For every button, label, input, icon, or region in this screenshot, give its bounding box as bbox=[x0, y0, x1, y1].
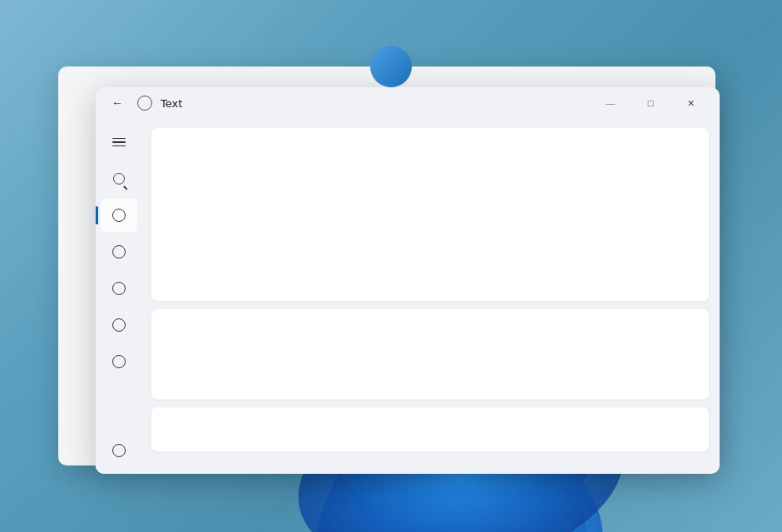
back-button[interactable]: ← bbox=[106, 91, 129, 115]
sidebar-item-1[interactable] bbox=[101, 199, 137, 232]
window-title-icon bbox=[137, 96, 152, 111]
content-area[interactable] bbox=[142, 119, 720, 474]
close-button[interactable]: ✕ bbox=[671, 90, 710, 116]
circle-icon-1 bbox=[112, 209, 126, 222]
sidebar-item-4[interactable] bbox=[101, 308, 137, 342]
content-card-1 bbox=[151, 127, 710, 302]
sidebar-item-6[interactable] bbox=[101, 434, 137, 467]
title-bar: ← Text — □ ✕ bbox=[96, 87, 720, 119]
search-icon bbox=[113, 173, 125, 185]
main-window: ← Text — □ ✕ bbox=[96, 87, 720, 474]
sidebar-item-menu[interactable] bbox=[101, 126, 137, 159]
sidebar-item-3[interactable] bbox=[101, 272, 137, 305]
title-bar-left: ← Text bbox=[106, 91, 591, 115]
minimize-button[interactable]: — bbox=[591, 90, 630, 116]
sidebar bbox=[96, 119, 142, 474]
circle-icon-4 bbox=[112, 318, 126, 332]
sidebar-item-5[interactable] bbox=[101, 345, 137, 378]
hamburger-icon bbox=[112, 138, 126, 147]
maximize-button[interactable]: □ bbox=[631, 90, 670, 116]
window-body bbox=[96, 119, 720, 474]
sidebar-item-search[interactable] bbox=[101, 162, 137, 195]
circle-icon-5 bbox=[112, 355, 126, 368]
top-blue-circle bbox=[370, 46, 412, 87]
sidebar-item-2[interactable] bbox=[101, 235, 137, 268]
circle-icon-3 bbox=[112, 282, 126, 295]
circle-icon-6 bbox=[112, 444, 126, 457]
window-controls: — □ ✕ bbox=[591, 90, 710, 116]
circle-icon-2 bbox=[112, 245, 126, 259]
content-card-3 bbox=[151, 406, 710, 452]
window-title: Text bbox=[161, 97, 182, 110]
content-card-2 bbox=[151, 308, 710, 400]
